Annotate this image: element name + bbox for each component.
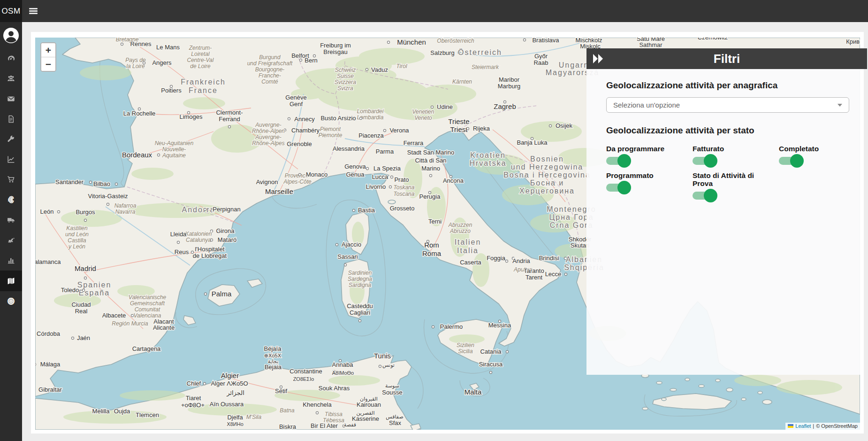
sidebar-item-trends[interactable] — [0, 149, 22, 170]
svg-text:und León: und León — [65, 231, 89, 238]
chart-line-icon — [7, 155, 15, 163]
panel-collapse-button[interactable] — [592, 53, 604, 64]
svg-text:Cagliari: Cagliari — [350, 309, 370, 316]
svg-text:Cartagena: Cartagena — [132, 345, 161, 352]
svg-text:Raab: Raab — [533, 59, 548, 66]
svg-text:Real: Real — [75, 308, 88, 315]
svg-text:Piemonte: Piemonte — [319, 132, 343, 139]
svg-text:Veneto: Veneto — [414, 115, 432, 121]
svg-text:Kroatien: Kroatien — [470, 151, 506, 159]
zoom-out-button[interactable]: − — [41, 57, 55, 71]
svg-text:Banja Luka: Banja Luka — [517, 139, 548, 146]
svg-text:Souk Ahras: Souk Ahras — [319, 385, 350, 392]
svg-text:Sardinien: Sardinien — [348, 270, 372, 276]
svg-text:Aquitaine: Aquitaine — [162, 152, 186, 159]
svg-text:Gemeinschaft: Gemeinschaft — [130, 300, 165, 307]
toggle-item: Programmato — [606, 171, 693, 200]
sidebar-item-documents[interactable] — [0, 109, 22, 129]
svg-text:Franche-: Franche- — [259, 72, 281, 79]
svg-text:Batna: Batna — [280, 407, 295, 414]
sidebar-item-map[interactable] — [0, 271, 22, 291]
svg-text:Auvergne-: Auvergne- — [255, 134, 281, 140]
svg-text:Oujda: Oujda — [114, 408, 130, 415]
svg-text:Burgund: Burgund — [259, 54, 281, 61]
bar-chart-icon — [7, 256, 15, 264]
svg-text:Toskana: Toskana — [394, 184, 415, 191]
sidebar-item-settings[interactable]: ⚙ — [0, 291, 22, 311]
svg-text:Piemont: Piemont — [320, 126, 341, 132]
sidebar-item-reports[interactable] — [0, 250, 22, 271]
svg-text:Nafarroa: Nafarroa — [114, 202, 137, 209]
user-avatar[interactable] — [0, 22, 22, 48]
svg-text:Biskra: Biskra — [279, 423, 297, 430]
svg-text:Loiretal: Loiretal — [191, 51, 210, 57]
svg-text:Terni: Terni — [428, 218, 442, 225]
app-logo[interactable]: OSM — [0, 0, 22, 22]
zoom-in-button[interactable]: + — [41, 43, 55, 57]
svg-text:Bordeaux: Bordeaux — [122, 151, 152, 159]
topbar: OSM — [0, 0, 868, 22]
svg-text:Annecy: Annecy — [294, 116, 315, 123]
anagrafica-select[interactable]: Seleziona un'opzione — [606, 97, 849, 113]
svg-text:Casteddu: Casteddu — [347, 302, 373, 309]
sidebar-item-users[interactable] — [0, 69, 22, 89]
svg-text:Piacenza: Piacenza — [358, 132, 384, 139]
hamburger-menu-icon[interactable] — [29, 8, 38, 15]
svg-text:Alpes-Côte: Alpes-Côte — [283, 178, 312, 185]
svg-text:Andria: Andria — [512, 257, 530, 264]
svg-text:Frankreich: Frankreich — [181, 78, 226, 86]
svg-text:Kasserine: Kasserine — [352, 415, 379, 422]
svg-text:Santander: Santander — [55, 178, 84, 186]
toggle-switch-4[interactable] — [606, 184, 628, 192]
toggle-switch-1[interactable] — [606, 157, 628, 165]
svg-text:Svizzera: Svizzera — [335, 79, 356, 85]
svg-text:Bastia: Bastia — [358, 207, 375, 214]
svg-text:Α8ΙΜοΘο: Α8ΙΜοΘο — [332, 370, 354, 376]
svg-text:Spanien: Spanien — [77, 281, 112, 289]
osm-attribution: © OpenStreetMap — [816, 423, 858, 429]
toggle-switch-3[interactable] — [779, 157, 800, 165]
wrench-icon — [7, 135, 15, 143]
svg-text:Marino: Marino — [421, 165, 440, 172]
svg-text:Comunitat: Comunitat — [135, 306, 160, 313]
leaflet-link[interactable]: Leaflet — [795, 423, 811, 429]
svg-text:und Freigrafschaft: und Freigrafschaft — [247, 60, 293, 67]
svg-text:Abruzzo: Abruzzo — [449, 228, 471, 234]
svg-text:Navarra: Navarra — [115, 209, 136, 215]
sidebar-item-tools[interactable] — [0, 129, 22, 149]
svg-text:La Spezia: La Spezia — [373, 165, 401, 172]
status-toggles-grid: Da programmareFatturatoCompletatoProgram… — [606, 145, 849, 200]
sidebar-item-dashboard[interactable] — [0, 48, 22, 69]
svg-text:Toledo: Toledo — [61, 286, 79, 294]
svg-text:Bosna i Hercegovina: Bosna i Hercegovina — [503, 171, 591, 179]
svg-text:Vitoria-Gasteiz: Vitoria-Gasteiz — [88, 193, 128, 200]
svg-text:Reus: Reus — [175, 248, 189, 255]
toggle-switch-2[interactable] — [693, 157, 714, 165]
svg-text:Livorno: Livorno — [366, 183, 386, 190]
svg-text:Djelfa: Djelfa — [227, 414, 243, 421]
svg-text:Zentrum-: Zentrum- — [189, 45, 212, 51]
svg-text:Rhône-Alpen: Rhône-Alpen — [252, 128, 285, 134]
svg-text:Tlemcen: Tlemcen — [136, 411, 159, 418]
svg-text:Angers: Angers — [152, 59, 172, 66]
svg-text:Czernowitz: Czernowitz — [698, 38, 728, 41]
sidebar-item-vehicles[interactable] — [0, 210, 22, 230]
svg-text:Tébessa: Tébessa — [323, 417, 344, 424]
svg-text:Centre-Val: Centre-Val — [187, 57, 214, 63]
sidebar-item-mail[interactable] — [0, 89, 22, 109]
svg-text:Busto Arsizio: Busto Arsizio — [320, 115, 356, 122]
svg-text:Trieste: Trieste — [448, 117, 469, 125]
users-icon — [7, 75, 15, 83]
svg-text:Melilla: Melilla — [92, 408, 110, 415]
toggle-label: Da programmare — [606, 145, 677, 153]
sidebar-item-equipment[interactable] — [0, 230, 22, 250]
svg-text:Tunis: Tunis — [374, 352, 391, 360]
svg-text:Algier: Algier — [221, 371, 239, 379]
toggle-switch-5[interactable] — [693, 192, 714, 200]
svg-text:Madrid: Madrid — [75, 264, 96, 272]
svg-text:Bilbao: Bilbao — [93, 180, 110, 187]
dashboard-icon — [7, 54, 15, 62]
sidebar-item-billing[interactable]: € — [0, 190, 22, 210]
sidebar-item-orders[interactable] — [0, 170, 22, 190]
svg-text:Burgos: Burgos — [76, 209, 95, 216]
